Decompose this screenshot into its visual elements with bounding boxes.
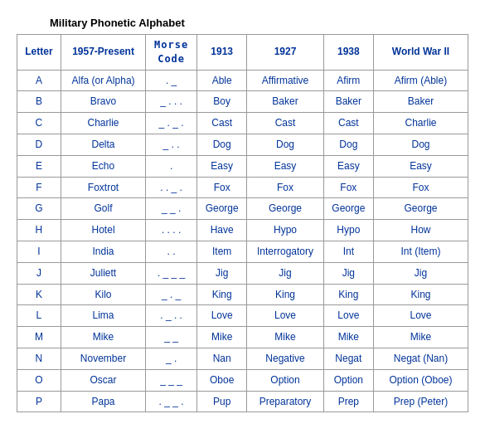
- cell-y1938-0: Afirm: [323, 70, 373, 91]
- cell-present-4: Echo: [61, 155, 146, 177]
- cell-present-10: Kilo: [61, 284, 146, 305]
- table-row: AAlfa (or Alpha). _AbleAffirmativeAfirmA…: [17, 70, 468, 91]
- cell-present-14: Oscar: [61, 369, 146, 391]
- cell-y1927-9: Jig: [247, 262, 323, 284]
- table-row: CCharlie_ . _ .CastCastCastCharlie: [17, 113, 468, 134]
- cell-y1927-11: Love: [247, 305, 323, 327]
- cell-y1913-3: Dog: [196, 134, 246, 155]
- cell-wwii-7: How: [374, 220, 468, 241]
- cell-morse-13: _ .: [146, 348, 197, 369]
- cell-wwii-4: Easy: [374, 155, 468, 177]
- cell-morse-11: . _ . .: [146, 305, 197, 327]
- cell-present-8: India: [61, 241, 146, 262]
- cell-morse-14: _ _ _: [146, 369, 197, 391]
- cell-y1913-15: Pup: [196, 391, 246, 412]
- cell-y1913-9: Jig: [196, 262, 246, 284]
- cell-letter-6: G: [17, 198, 61, 220]
- cell-present-12: Mike: [61, 327, 146, 348]
- cell-present-13: November: [61, 348, 146, 369]
- cell-letter-1: B: [17, 91, 61, 113]
- cell-morse-3: _ . .: [146, 134, 197, 155]
- table-title: Military Phonetic Alphabet: [50, 17, 468, 29]
- cell-y1927-13: Negative: [247, 348, 323, 369]
- cell-letter-13: N: [17, 348, 61, 369]
- cell-morse-10: _ . _: [146, 284, 197, 305]
- cell-y1927-15: Preparatory: [247, 391, 323, 412]
- cell-y1938-2: Cast: [323, 113, 373, 134]
- cell-present-3: Delta: [61, 134, 146, 155]
- cell-y1913-2: Cast: [196, 113, 246, 134]
- cell-letter-12: M: [17, 327, 61, 348]
- cell-morse-15: . _ _ .: [146, 391, 197, 412]
- cell-wwii-10: King: [374, 284, 468, 305]
- table-row: EEcho.EasyEasyEasyEasy: [17, 155, 468, 177]
- table-row: BBravo_ . . .BoyBakerBakerBaker: [17, 91, 468, 113]
- col-header-letter: Letter: [17, 35, 61, 71]
- cell-y1913-13: Nan: [196, 348, 246, 369]
- cell-y1913-14: Oboe: [196, 369, 246, 391]
- cell-morse-7: . . . .: [146, 220, 197, 241]
- cell-y1938-14: Option: [323, 369, 373, 391]
- table-row: PPapa. _ _ .PupPreparatoryPrepPrep (Pete…: [17, 391, 468, 412]
- cell-y1927-10: King: [247, 284, 323, 305]
- cell-morse-8: . .: [146, 241, 197, 262]
- table-row: NNovember_ .NanNegativeNegatNegat (Nan): [17, 348, 468, 369]
- col-header-1927: 1927: [247, 35, 323, 71]
- cell-letter-8: I: [17, 241, 61, 262]
- cell-letter-5: F: [17, 177, 61, 198]
- cell-y1927-5: Fox: [247, 177, 323, 198]
- col-header-morse: Morse Code: [146, 35, 197, 71]
- table-row: FFoxtrot. . _ .FoxFoxFoxFox: [17, 177, 468, 198]
- cell-morse-4: .: [146, 155, 197, 177]
- cell-letter-2: C: [17, 113, 61, 134]
- cell-y1938-15: Prep: [323, 391, 373, 412]
- cell-letter-0: A: [17, 70, 61, 91]
- cell-letter-3: D: [17, 134, 61, 155]
- cell-morse-12: _ _: [146, 327, 197, 348]
- cell-morse-5: . . _ .: [146, 177, 197, 198]
- cell-y1913-10: King: [196, 284, 246, 305]
- cell-wwii-2: Charlie: [374, 113, 468, 134]
- cell-y1938-5: Fox: [323, 177, 373, 198]
- table-row: DDelta_ . .DogDogDogDog: [17, 134, 468, 155]
- table-row: MMike_ _MikeMikeMikeMike: [17, 327, 468, 348]
- cell-y1938-7: Hypo: [323, 220, 373, 241]
- cell-y1913-0: Able: [196, 70, 246, 91]
- table-row: GGolf_ _ .GeorgeGeorgeGeorgeGeorge: [17, 198, 468, 220]
- cell-wwii-13: Negat (Nan): [374, 348, 468, 369]
- cell-y1913-12: Mike: [196, 327, 246, 348]
- cell-wwii-1: Baker: [374, 91, 468, 113]
- cell-y1913-7: Have: [196, 220, 246, 241]
- table-body: AAlfa (or Alpha). _AbleAffirmativeAfirmA…: [17, 70, 468, 412]
- cell-wwii-12: Mike: [374, 327, 468, 348]
- cell-y1927-8: Interrogatory: [247, 241, 323, 262]
- table-row: LLima. _ . .LoveLoveLoveLove: [17, 305, 468, 327]
- cell-y1927-14: Option: [247, 369, 323, 391]
- cell-wwii-11: Love: [374, 305, 468, 327]
- cell-y1927-0: Affirmative: [247, 70, 323, 91]
- cell-y1927-12: Mike: [247, 327, 323, 348]
- table-row: KKilo_ . _KingKingKingKing: [17, 284, 468, 305]
- cell-letter-14: O: [17, 369, 61, 391]
- cell-y1938-10: King: [323, 284, 373, 305]
- col-header-wwii: World War II: [374, 35, 468, 71]
- cell-wwii-14: Option (Oboe): [374, 369, 468, 391]
- cell-y1913-1: Boy: [196, 91, 246, 113]
- cell-y1913-11: Love: [196, 305, 246, 327]
- cell-morse-1: _ . . .: [146, 91, 197, 113]
- main-container: Military Phonetic Alphabet Letter 1957-P…: [17, 17, 468, 412]
- cell-y1938-8: Int: [323, 241, 373, 262]
- cell-wwii-3: Dog: [374, 134, 468, 155]
- cell-wwii-6: George: [374, 198, 468, 220]
- cell-letter-11: L: [17, 305, 61, 327]
- cell-present-15: Papa: [61, 391, 146, 412]
- cell-y1927-3: Dog: [247, 134, 323, 155]
- cell-y1938-11: Love: [323, 305, 373, 327]
- cell-y1927-4: Easy: [247, 155, 323, 177]
- cell-y1913-4: Easy: [196, 155, 246, 177]
- cell-present-7: Hotel: [61, 220, 146, 241]
- cell-present-0: Alfa (or Alpha): [61, 70, 146, 91]
- cell-y1938-1: Baker: [323, 91, 373, 113]
- cell-present-11: Lima: [61, 305, 146, 327]
- cell-present-6: Golf: [61, 198, 146, 220]
